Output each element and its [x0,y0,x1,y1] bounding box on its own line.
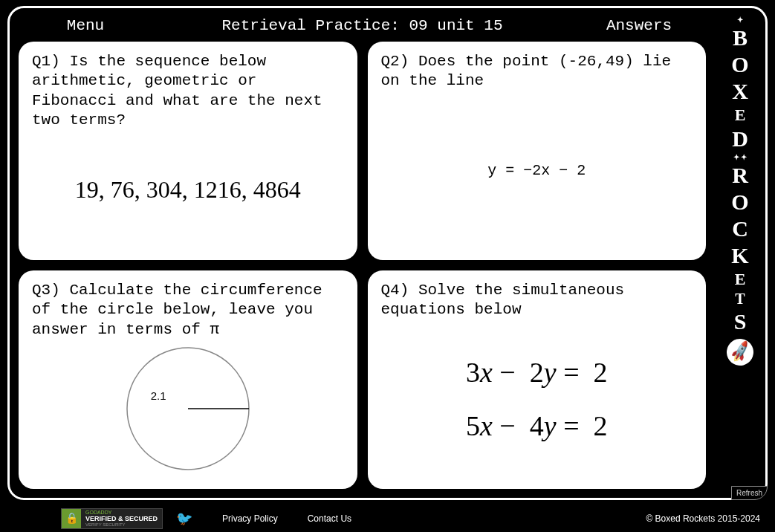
rocket-icon: 🚀 [724,336,756,369]
star-icon: ✦ [737,16,743,24]
security-badge[interactable]: 🔒 GODADDY VERIFIED & SECURED VERIFY SECU… [61,508,163,529]
q4-eq2: 5x − 4y = 2 [466,399,608,452]
radius-label: 2.1 [151,389,166,402]
lock-icon: 🔒 [62,509,81,528]
q3-prompt: Q3) Calculate the circumference of the c… [32,281,344,340]
question-card-4: Q4) Solve the simultaneous equations bel… [368,270,707,489]
refresh-button[interactable]: Refresh [731,486,768,500]
circle-diagram: 2.1 [121,342,255,476]
answers-button[interactable]: Answers [572,17,706,34]
star-icon: ✦ ✦ [733,153,748,161]
q4-prompt: Q4) Solve the simultaneous equations bel… [381,281,693,320]
question-grid: Q1) Is the sequence below arithmetic, ge… [19,42,706,489]
copyright-text: © Boxed Rockets 2015-2024 [646,513,760,524]
brand-logo[interactable]: ✦ B O X E D ✦ ✦ R O C K E T S 🚀 [727,16,753,366]
contact-us-link[interactable]: Contact Us [308,513,351,524]
question-card-2: Q2) Does the point (-26,49) lie on the l… [368,42,707,260]
twitter-icon[interactable]: 🐦 [176,510,192,527]
q3-body: 2.1 [32,340,344,479]
q1-sequence: 19, 76, 304, 1216, 4864 [75,176,301,204]
q2-body: y = −2x − 2 [381,91,693,250]
top-bar: Menu Retrieval Practice: 09 unit 15 Answ… [19,14,706,42]
question-card-1: Q1) Is the sequence below arithmetic, ge… [19,42,357,260]
badge-line3: VERIFY SECURITY [85,522,158,528]
question-card-3: Q3) Calculate the circumference of the c… [19,270,357,489]
sidebar-logo: ✦ B O X E D ✦ ✦ R O C K E T S 🚀 Refresh [715,8,765,498]
q1-body: 19, 76, 304, 1216, 4864 [32,130,344,250]
main-frame: Menu Retrieval Practice: 09 unit 15 Answ… [7,6,768,500]
circle-svg [121,342,255,476]
q2-equation: y = −2x − 2 [487,162,586,179]
badge-line2: VERIFIED & SECURED [85,516,158,523]
privacy-policy-link[interactable]: Privacy Policy [222,513,278,524]
content-area: Menu Retrieval Practice: 09 unit 15 Answ… [10,8,715,498]
footer: 🔒 GODADDY VERIFIED & SECURED VERIFY SECU… [0,505,775,532]
q4-eq1: 3x − 2y = 2 [466,346,608,399]
q4-equations: 3x − 2y = 2 5x − 4y = 2 [466,346,608,452]
q2-prompt: Q2) Does the point (-26,49) lie on the l… [381,52,693,91]
page-title: Retrieval Practice: 09 unit 15 [152,17,572,34]
menu-button[interactable]: Menu [19,17,152,34]
q1-prompt: Q1) Is the sequence below arithmetic, ge… [32,52,344,130]
q4-body: 3x − 2y = 2 5x − 4y = 2 [381,320,693,479]
